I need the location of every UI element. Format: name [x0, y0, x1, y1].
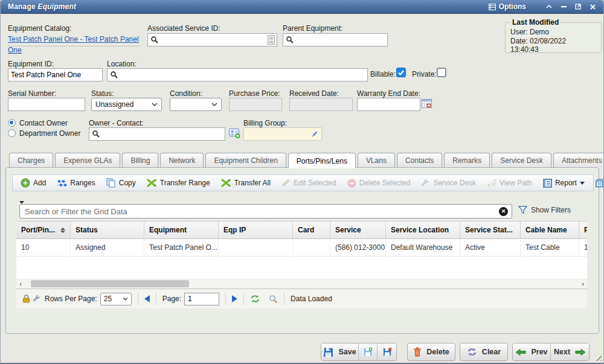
magnifier-icon[interactable] [269, 295, 278, 304]
warranty-end-date-label: Warranty End Date: [357, 89, 420, 98]
tab-remarks[interactable]: Remarks [444, 153, 490, 167]
transfer-icon [147, 179, 157, 187]
collapse-button[interactable] [543, 2, 555, 11]
edit-selected-button[interactable]: Edit Selected [277, 176, 341, 190]
add-button[interactable]: Add [16, 176, 50, 190]
parent-equipment-input[interactable] [294, 34, 387, 46]
search-icon [150, 36, 159, 44]
perspectives-icon [596, 179, 604, 188]
serial-number-label: Serial Number: [8, 89, 56, 98]
table-row[interactable]: 10 Assigned Test Patch Panel O... (586) … [16, 239, 587, 257]
prev-button[interactable]: Prev [513, 343, 551, 360]
billing-group-label: Billing Group: [243, 119, 287, 127]
sort-icon [57, 228, 65, 233]
status-select[interactable]: Unassigned [91, 98, 162, 111]
cell-service-status: Active [460, 239, 521, 257]
copy-button[interactable]: Copy [102, 176, 140, 190]
delete-selected-label: Delete Selected [359, 179, 411, 187]
purchase-price-label: Purchase Price: [229, 89, 280, 98]
tab-ports-pins-lens[interactable]: Ports/Pins/Lens [288, 153, 356, 168]
column-header-card[interactable]: Card [293, 222, 330, 239]
lock-icon[interactable] [22, 295, 30, 303]
horizontal-scrollbar[interactable]: ‹ › [16, 279, 587, 288]
perspectives-button[interactable]: Perspectives [591, 176, 604, 190]
service-id-selector-icon[interactable] [268, 35, 275, 45]
calendar-icon[interactable] [422, 98, 432, 108]
next-button[interactable]: Next [551, 343, 589, 360]
tab-billing[interactable]: Billing [122, 153, 158, 167]
column-header-service[interactable]: Service [330, 222, 386, 239]
tab-attachments[interactable]: Attachments [553, 153, 604, 167]
previous-page-icon[interactable] [144, 295, 150, 302]
condition-select[interactable] [170, 98, 222, 111]
options-label: Options [499, 2, 526, 11]
add-contact-icon[interactable] [229, 128, 241, 139]
save-button[interactable]: Save [321, 343, 359, 360]
edit-pencil-icon[interactable] [311, 130, 318, 138]
billing-group-field [243, 127, 322, 141]
next-page-icon[interactable] [232, 295, 237, 302]
service-desk-button[interactable]: Service Desk [417, 176, 480, 190]
transfer-range-label: Transfer Range [160, 179, 210, 187]
scroll-left-icon[interactable]: ‹ [16, 279, 25, 288]
view-path-button[interactable]: View Path [483, 176, 536, 190]
column-header-p[interactable]: P... [579, 222, 587, 239]
tab-equipment-children[interactable]: Equipment Children [205, 153, 286, 167]
scrollbar-thumb[interactable] [31, 280, 189, 287]
tab-contacts[interactable]: Contacts [397, 153, 442, 167]
wrench-icon[interactable] [33, 295, 41, 303]
refresh-icon[interactable] [250, 295, 260, 303]
column-header-equipment[interactable]: Equipment [144, 222, 219, 239]
column-header-port-pin[interactable]: Port/Pin... [16, 222, 71, 239]
column-header-eqp-ip[interactable]: Eqp IP [219, 222, 293, 239]
location-input[interactable] [118, 69, 367, 81]
equipment-catalog-link[interactable]: Test Patch Panel One - Test Patch Panel … [8, 35, 139, 54]
transfer-all-button[interactable]: Transfer All [217, 176, 275, 190]
serial-number-input[interactable] [8, 98, 85, 110]
grid-search-input[interactable] [20, 207, 499, 216]
tab-expense-glas[interactable]: Expense GLAs [55, 153, 120, 167]
save-close-button[interactable] [378, 343, 396, 360]
scroll-right-icon[interactable]: › [579, 279, 587, 288]
column-header-service-location[interactable]: Service Location [386, 222, 460, 239]
close-button[interactable] [586, 2, 599, 11]
column-header-service-status[interactable]: Service Stat... [460, 222, 521, 239]
tab-network[interactable]: Network [160, 153, 204, 167]
tab-charges[interactable]: Charges [9, 153, 53, 167]
grid-header-row: Port/Pin... Status Equipment Eqp IP Card… [16, 222, 587, 239]
department-owner-radio[interactable]: Department Owner [8, 129, 80, 138]
equipment-id-input[interactable] [8, 69, 102, 81]
tab-vlans[interactable]: VLans [358, 153, 395, 167]
grid-footer: Rows Per Page: 25 Page: Data Loaded [16, 289, 587, 308]
associated-service-id-label: Associated Service ID: [147, 24, 220, 33]
column-header-cable-name[interactable]: Cable Name [521, 222, 579, 239]
cell-p: 1... [579, 239, 587, 257]
column-header-status[interactable]: Status [71, 222, 144, 239]
owner-contact-input[interactable] [100, 128, 225, 140]
page-number-input[interactable] [184, 293, 219, 305]
tab-service-desk[interactable]: Service Desk [492, 153, 551, 167]
copy-icon [106, 178, 116, 188]
clear-search-icon[interactable]: ✕ [499, 207, 508, 216]
delete-button[interactable]: Delete [407, 343, 455, 361]
transfer-range-button[interactable]: Transfer Range [143, 176, 214, 190]
status-label: Status: [91, 89, 114, 98]
rows-per-page-select[interactable]: 25 [100, 293, 132, 305]
billable-checkbox[interactable] [396, 68, 406, 77]
associated-service-id-input[interactable] [159, 34, 268, 46]
warranty-end-date-input[interactable] [358, 98, 420, 110]
contact-owner-radio[interactable]: Contact Owner [8, 119, 68, 127]
private-checkbox[interactable] [437, 68, 446, 77]
resize-grip[interactable] [594, 353, 602, 361]
save-new-button[interactable] [359, 343, 378, 360]
clear-button[interactable]: Clear [460, 343, 508, 361]
options-menu[interactable]: Options [489, 2, 526, 11]
minimize-button[interactable] [557, 2, 570, 11]
chevron-down-icon [152, 103, 158, 106]
options-icon [489, 4, 496, 10]
report-button[interactable]: Report [539, 176, 589, 190]
ranges-button[interactable]: Ranges [53, 176, 99, 190]
delete-selected-button[interactable]: Delete Selected [343, 176, 415, 190]
show-filters-button[interactable]: Show Filters [518, 206, 571, 214]
restore-button[interactable] [572, 2, 584, 11]
